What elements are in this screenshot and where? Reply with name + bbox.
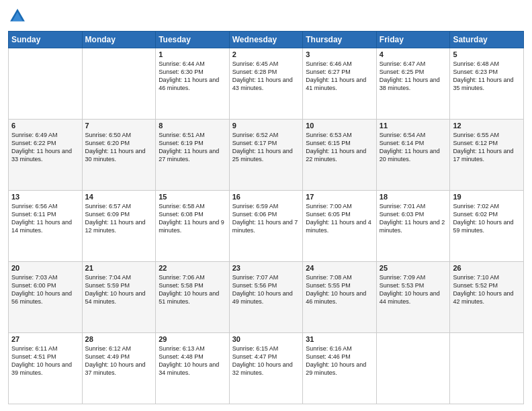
- day-number: 19: [453, 193, 521, 201]
- day-info: Sunrise: 7:10 AM Sunset: 5:52 PM Dayligh…: [453, 273, 521, 306]
- day-number: 18: [380, 193, 447, 201]
- day-info: Sunrise: 6:58 AM Sunset: 6:08 PM Dayligh…: [159, 202, 226, 235]
- day-number: 29: [159, 335, 226, 343]
- day-number: 21: [85, 264, 153, 272]
- calendar-day-3: 3Sunrise: 6:46 AM Sunset: 6:27 PM Daylig…: [303, 48, 377, 120]
- day-info: Sunrise: 6:46 AM Sunset: 6:27 PM Dayligh…: [306, 60, 373, 93]
- calendar-day-31: 31Sunrise: 6:16 AM Sunset: 4:46 PM Dayli…: [303, 333, 377, 404]
- day-number: 25: [380, 264, 447, 272]
- calendar-day-28: 28Sunrise: 6:12 AM Sunset: 4:49 PM Dayli…: [82, 333, 156, 404]
- day-number: 28: [85, 335, 153, 343]
- day-number: 6: [11, 122, 79, 130]
- day-info: Sunrise: 7:08 AM Sunset: 5:55 PM Dayligh…: [306, 273, 373, 306]
- calendar-day-6: 6Sunrise: 6:49 AM Sunset: 6:22 PM Daylig…: [9, 120, 83, 191]
- calendar-day-4: 4Sunrise: 6:47 AM Sunset: 6:25 PM Daylig…: [376, 48, 450, 120]
- day-info: Sunrise: 7:01 AM Sunset: 6:03 PM Dayligh…: [380, 202, 447, 235]
- calendar-week-3: 13Sunrise: 6:56 AM Sunset: 6:11 PM Dayli…: [9, 191, 524, 262]
- calendar-day-26: 26Sunrise: 7:10 AM Sunset: 5:52 PM Dayli…: [450, 262, 524, 333]
- day-info: Sunrise: 6:59 AM Sunset: 6:06 PM Dayligh…: [232, 202, 300, 235]
- logo-icon: [8, 7, 27, 26]
- day-number: 3: [306, 50, 373, 58]
- day-number: 14: [85, 193, 153, 201]
- day-number: 5: [453, 50, 521, 58]
- calendar-day-1: 1Sunrise: 6:44 AM Sunset: 6:30 PM Daylig…: [156, 48, 230, 120]
- calendar-day-19: 19Sunrise: 7:02 AM Sunset: 6:02 PM Dayli…: [450, 191, 524, 262]
- day-info: Sunrise: 7:07 AM Sunset: 5:56 PM Dayligh…: [232, 273, 300, 306]
- calendar-day-30: 30Sunrise: 6:15 AM Sunset: 4:47 PM Dayli…: [229, 333, 303, 404]
- day-number: 23: [232, 264, 300, 272]
- calendar-empty-cell: [376, 333, 450, 404]
- calendar-day-2: 2Sunrise: 6:45 AM Sunset: 6:28 PM Daylig…: [229, 48, 303, 120]
- calendar-weekday-thursday: Thursday: [303, 32, 377, 48]
- day-info: Sunrise: 7:04 AM Sunset: 5:59 PM Dayligh…: [85, 273, 153, 306]
- calendar-weekday-tuesday: Tuesday: [156, 32, 230, 48]
- day-info: Sunrise: 7:03 AM Sunset: 6:00 PM Dayligh…: [11, 273, 79, 306]
- day-info: Sunrise: 6:44 AM Sunset: 6:30 PM Dayligh…: [159, 60, 226, 93]
- calendar-day-21: 21Sunrise: 7:04 AM Sunset: 5:59 PM Dayli…: [82, 262, 156, 333]
- calendar-weekday-sunday: Sunday: [9, 32, 83, 48]
- calendar-weekday-saturday: Saturday: [450, 32, 524, 48]
- day-info: Sunrise: 6:45 AM Sunset: 6:28 PM Dayligh…: [232, 60, 300, 93]
- day-number: 10: [306, 122, 373, 130]
- day-info: Sunrise: 7:00 AM Sunset: 6:05 PM Dayligh…: [306, 202, 373, 235]
- day-info: Sunrise: 7:06 AM Sunset: 5:58 PM Dayligh…: [159, 273, 226, 306]
- calendar-day-27: 27Sunrise: 6:11 AM Sunset: 4:51 PM Dayli…: [9, 333, 83, 404]
- calendar-day-10: 10Sunrise: 6:53 AM Sunset: 6:15 PM Dayli…: [303, 120, 377, 191]
- logo: [8, 7, 30, 26]
- day-info: Sunrise: 6:55 AM Sunset: 6:12 PM Dayligh…: [453, 131, 521, 164]
- day-info: Sunrise: 6:54 AM Sunset: 6:14 PM Dayligh…: [380, 131, 447, 164]
- day-info: Sunrise: 6:11 AM Sunset: 4:51 PM Dayligh…: [11, 345, 79, 377]
- calendar-table: SundayMondayTuesdayWednesdayThursdayFrid…: [8, 31, 524, 404]
- day-number: 4: [380, 50, 447, 58]
- day-info: Sunrise: 6:57 AM Sunset: 6:09 PM Dayligh…: [85, 202, 153, 235]
- calendar-week-1: 1Sunrise: 6:44 AM Sunset: 6:30 PM Daylig…: [9, 48, 524, 120]
- calendar-day-20: 20Sunrise: 7:03 AM Sunset: 6:00 PM Dayli…: [9, 262, 83, 333]
- header: [8, 7, 524, 26]
- calendar-header-row: SundayMondayTuesdayWednesdayThursdayFrid…: [9, 32, 524, 48]
- day-number: 16: [232, 193, 300, 201]
- day-info: Sunrise: 6:56 AM Sunset: 6:11 PM Dayligh…: [11, 202, 79, 235]
- calendar-weekday-monday: Monday: [82, 32, 156, 48]
- day-info: Sunrise: 6:15 AM Sunset: 4:47 PM Dayligh…: [232, 345, 300, 377]
- day-info: Sunrise: 6:51 AM Sunset: 6:19 PM Dayligh…: [159, 131, 226, 164]
- day-number: 8: [159, 122, 226, 130]
- calendar-week-4: 20Sunrise: 7:03 AM Sunset: 6:00 PM Dayli…: [9, 262, 524, 333]
- day-number: 26: [453, 264, 521, 272]
- calendar-day-29: 29Sunrise: 6:13 AM Sunset: 4:48 PM Dayli…: [156, 333, 230, 404]
- day-number: 11: [380, 122, 447, 130]
- calendar-day-13: 13Sunrise: 6:56 AM Sunset: 6:11 PM Dayli…: [9, 191, 83, 262]
- day-number: 15: [159, 193, 226, 201]
- calendar-day-8: 8Sunrise: 6:51 AM Sunset: 6:19 PM Daylig…: [156, 120, 230, 191]
- calendar-day-23: 23Sunrise: 7:07 AM Sunset: 5:56 PM Dayli…: [229, 262, 303, 333]
- calendar-day-18: 18Sunrise: 7:01 AM Sunset: 6:03 PM Dayli…: [376, 191, 450, 262]
- day-number: 20: [11, 264, 79, 272]
- day-info: Sunrise: 7:02 AM Sunset: 6:02 PM Dayligh…: [453, 202, 521, 235]
- day-number: 30: [232, 335, 300, 343]
- calendar-empty-cell: [9, 48, 83, 120]
- calendar-day-14: 14Sunrise: 6:57 AM Sunset: 6:09 PM Dayli…: [82, 191, 156, 262]
- calendar-week-5: 27Sunrise: 6:11 AM Sunset: 4:51 PM Dayli…: [9, 333, 524, 404]
- calendar-week-2: 6Sunrise: 6:49 AM Sunset: 6:22 PM Daylig…: [9, 120, 524, 191]
- day-info: Sunrise: 6:49 AM Sunset: 6:22 PM Dayligh…: [11, 131, 79, 164]
- day-info: Sunrise: 6:50 AM Sunset: 6:20 PM Dayligh…: [85, 131, 153, 164]
- day-number: 17: [306, 193, 373, 201]
- calendar-day-12: 12Sunrise: 6:55 AM Sunset: 6:12 PM Dayli…: [450, 120, 524, 191]
- calendar-day-7: 7Sunrise: 6:50 AM Sunset: 6:20 PM Daylig…: [82, 120, 156, 191]
- day-number: 7: [85, 122, 153, 130]
- day-info: Sunrise: 6:16 AM Sunset: 4:46 PM Dayligh…: [306, 345, 373, 377]
- calendar-empty-cell: [82, 48, 156, 120]
- day-number: 31: [306, 335, 373, 343]
- day-number: 13: [11, 193, 79, 201]
- day-number: 1: [159, 50, 226, 58]
- day-number: 22: [159, 264, 226, 272]
- calendar-weekday-wednesday: Wednesday: [229, 32, 303, 48]
- calendar-day-11: 11Sunrise: 6:54 AM Sunset: 6:14 PM Dayli…: [376, 120, 450, 191]
- calendar-day-24: 24Sunrise: 7:08 AM Sunset: 5:55 PM Dayli…: [303, 262, 377, 333]
- calendar-day-25: 25Sunrise: 7:09 AM Sunset: 5:53 PM Dayli…: [376, 262, 450, 333]
- day-number: 2: [232, 50, 300, 58]
- day-info: Sunrise: 6:53 AM Sunset: 6:15 PM Dayligh…: [306, 131, 373, 164]
- page: SundayMondayTuesdayWednesdayThursdayFrid…: [0, 0, 532, 411]
- calendar-day-5: 5Sunrise: 6:48 AM Sunset: 6:23 PM Daylig…: [450, 48, 524, 120]
- calendar-day-9: 9Sunrise: 6:52 AM Sunset: 6:17 PM Daylig…: [229, 120, 303, 191]
- day-info: Sunrise: 6:52 AM Sunset: 6:17 PM Dayligh…: [232, 131, 300, 164]
